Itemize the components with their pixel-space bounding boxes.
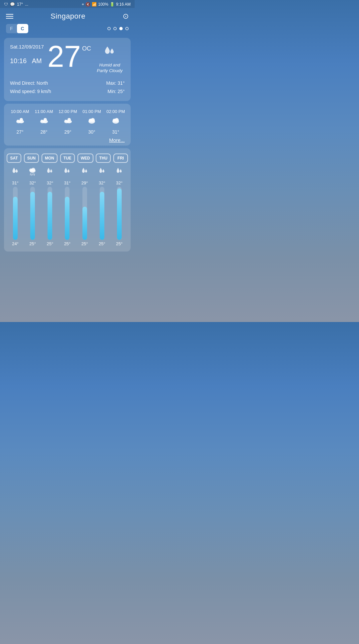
menu-button[interactable] <box>6 14 13 19</box>
hourly-scroll[interactable]: 10:00 AM 27° 11:00 AM <box>8 109 127 135</box>
max-temp: Max: 31° <box>106 79 125 87</box>
page-dot-1[interactable] <box>107 27 111 30</box>
wind-info: Wind Direct: North Wind speed: 9 km/h <box>10 79 51 96</box>
hourly-icon-4 <box>111 117 120 127</box>
current-temp: 27 <box>48 44 81 69</box>
day-wed[interactable]: WED <box>77 154 93 163</box>
controls-bar: F C <box>0 24 135 38</box>
bar-max-wed: 29° <box>81 180 88 185</box>
svg-point-17 <box>115 118 119 122</box>
page-dot-2[interactable] <box>113 27 117 30</box>
hourly-icon-1 <box>39 117 49 127</box>
bar-fill-thu <box>100 192 104 240</box>
bar-min-sat: 24° <box>12 241 19 246</box>
bar-min-fri: 25° <box>116 241 123 246</box>
bar-max-sat: 31° <box>12 180 19 185</box>
city-name: Singapore <box>51 12 85 21</box>
svg-line-21 <box>30 173 31 175</box>
hourly-item-0: 10:00 AM 27° <box>8 109 32 135</box>
weekly-forecast-card: SAT SUN MON TUE WED THU FRI <box>4 148 131 252</box>
page-dot-3[interactable] <box>119 27 123 30</box>
card-top: Sat.12/09/2017 10:16 AM 27 OC Humid and … <box>10 44 125 74</box>
bar-fill-sun <box>30 192 35 240</box>
hourly-temp-0: 27° <box>16 129 23 135</box>
ampm: AM <box>32 57 42 64</box>
current-date: Sat.12/09/2017 <box>10 44 44 50</box>
status-left: 🛡 💬 17° ... <box>4 2 28 7</box>
status-time: 9:16 AM <box>116 2 131 7</box>
bar-container-mon <box>48 187 52 240</box>
bar-min-wed: 25° <box>81 241 88 246</box>
bar-fill-sat <box>13 197 18 240</box>
day-tue[interactable]: TUE <box>60 154 75 163</box>
day-sun[interactable]: SUN <box>24 154 39 163</box>
day-thu[interactable]: THU <box>96 154 111 163</box>
weekly-icons-row <box>7 167 128 178</box>
bar-container-thu <box>100 187 104 240</box>
weekly-icon-wed <box>77 167 92 178</box>
hourly-temp-2: 29° <box>64 129 71 135</box>
bar-max-tue: 31° <box>64 180 71 185</box>
hourly-icon-0 <box>15 117 25 127</box>
bar-fill-tue <box>65 197 69 240</box>
bar-max-thu: 32° <box>99 180 105 185</box>
time-value: 10:16 <box>10 57 27 64</box>
bar-max-sun: 32° <box>29 180 36 185</box>
bar-container-wed <box>82 187 87 240</box>
weekly-icon-mon <box>43 167 57 178</box>
hourly-temp-3: 30° <box>88 129 95 135</box>
bar-fill-fri <box>117 188 122 240</box>
bar-container-tue <box>65 187 69 240</box>
mute-icon: 🔇 <box>85 2 90 7</box>
svg-point-3 <box>17 120 19 122</box>
temp-unit: OC <box>82 45 91 52</box>
weekly-icon-thu <box>95 167 109 178</box>
day-fri[interactable]: FRI <box>113 154 128 163</box>
message-icon: 💬 <box>10 2 15 7</box>
weekly-days: SAT SUN MON TUE WED THU FRI <box>7 154 128 163</box>
hourly-forecast-card: 10:00 AM 27° 11:00 AM <box>4 104 131 146</box>
hourly-item-2: 12:00 PM 29° <box>56 109 80 135</box>
svg-point-14 <box>91 118 95 122</box>
svg-point-6 <box>43 120 48 123</box>
fahrenheit-button[interactable]: F <box>6 24 17 33</box>
weather-condition: Humid and Partly Cloudy <box>95 62 125 74</box>
page-dot-4[interactable] <box>125 27 129 30</box>
location-icon[interactable]: ⊙ <box>123 12 129 21</box>
weekly-icon-sun <box>25 167 40 178</box>
page-indicator <box>107 27 129 30</box>
hourly-item-4: 02:00 PM 31° <box>104 109 127 135</box>
wind-direction: Wind Direct: North <box>10 79 51 87</box>
current-time: 10:16 AM <box>10 52 44 65</box>
day-sat[interactable]: SAT <box>7 154 21 163</box>
weekly-icon-fri <box>112 167 127 178</box>
temperature-status: 17° <box>17 2 23 7</box>
bar-container-fri <box>117 187 122 240</box>
header: Singapore ⊙ <box>0 8 135 24</box>
min-temp: Min: 25° <box>106 87 125 96</box>
weekly-icon-tue <box>60 167 74 178</box>
bar-min-sun: 25° <box>29 241 36 246</box>
hourly-time-4: 02:00 PM <box>106 109 125 114</box>
bar-max-fri: 32° <box>116 180 123 185</box>
unit-toggle[interactable]: F C <box>6 24 28 33</box>
status-bar: 🛡 💬 17° ... ⌖ 🔇 📶 100% 🔋 9:16 AM <box>0 0 135 8</box>
svg-point-20 <box>31 168 35 172</box>
day-mon[interactable]: MON <box>42 154 58 163</box>
svg-point-11 <box>64 120 67 122</box>
status-right: ⌖ 🔇 📶 100% 🔋 9:16 AM <box>82 2 131 7</box>
bar-item-fri: 32°25° <box>112 180 127 246</box>
bar-item-tue: 31°25° <box>60 180 74 246</box>
more-link[interactable]: More... <box>8 135 127 143</box>
svg-line-24 <box>34 174 35 175</box>
card-bottom: Wind Direct: North Wind speed: 9 km/h Ma… <box>10 79 125 96</box>
hourly-icon-3 <box>87 117 96 127</box>
hourly-icon-2 <box>63 117 72 127</box>
svg-line-23 <box>33 173 33 175</box>
wifi-icon: 📶 <box>92 2 97 7</box>
weekly-icon-sat <box>8 167 23 178</box>
more-status: ... <box>25 2 28 7</box>
celsius-button[interactable]: C <box>17 24 28 33</box>
wind-speed: Wind speed: 9 km/h <box>10 87 51 96</box>
min-max-temps: Max: 31° Min: 25° <box>106 79 125 96</box>
